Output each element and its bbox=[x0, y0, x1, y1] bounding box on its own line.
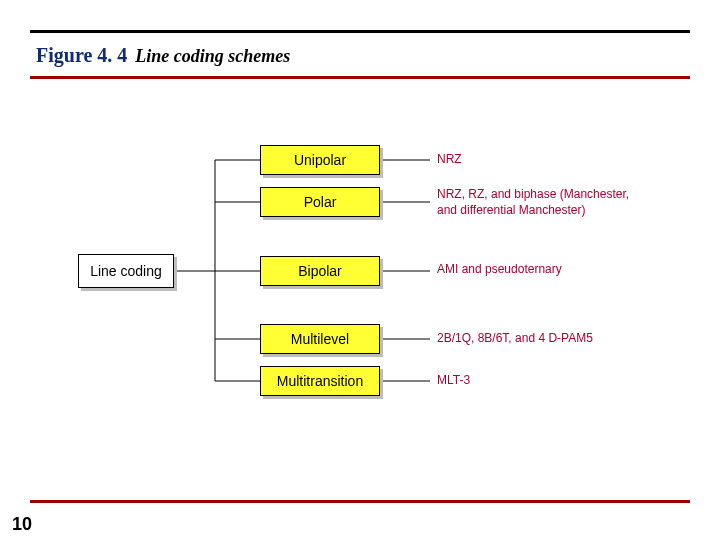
category-box-multilevel: Multilevel bbox=[260, 324, 380, 354]
category-desc-multitransition: MLT-3 bbox=[437, 373, 470, 387]
category-label: Unipolar bbox=[294, 152, 346, 168]
root-box: Line coding bbox=[78, 254, 174, 288]
root-label: Line coding bbox=[90, 263, 162, 279]
rule-bottom-red bbox=[30, 500, 690, 503]
category-desc-polar-line1: NRZ, RZ, and biphase (Manchester, bbox=[437, 187, 629, 201]
category-label: Multilevel bbox=[291, 331, 349, 347]
category-label: Polar bbox=[304, 194, 337, 210]
page-number: 10 bbox=[12, 514, 32, 535]
category-label: Bipolar bbox=[298, 263, 342, 279]
diagram: Line coding Unipolar Polar Bipolar Multi… bbox=[0, 0, 720, 540]
category-desc-multilevel: 2B/1Q, 8B/6T, and 4 D-PAM5 bbox=[437, 331, 593, 345]
category-desc-bipolar: AMI and pseudoternary bbox=[437, 262, 562, 276]
category-box-polar: Polar bbox=[260, 187, 380, 217]
category-desc-unipolar: NRZ bbox=[437, 152, 462, 166]
category-label: Multitransition bbox=[277, 373, 363, 389]
category-box-multitransition: Multitransition bbox=[260, 366, 380, 396]
category-desc-polar-line2: and differential Manchester) bbox=[437, 203, 586, 217]
category-box-unipolar: Unipolar bbox=[260, 145, 380, 175]
category-box-bipolar: Bipolar bbox=[260, 256, 380, 286]
